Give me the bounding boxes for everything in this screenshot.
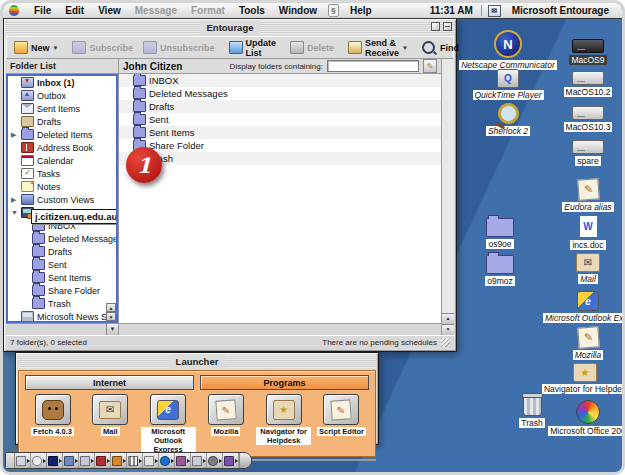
folder-item-outbox[interactable]: Outbox (8, 89, 116, 102)
control-strip-module-quicktime[interactable] (159, 453, 175, 468)
account-folder-sent-items[interactable]: Sent Items (8, 271, 116, 284)
control-strip-module-display[interactable] (15, 453, 31, 468)
folder-item-notes[interactable]: Notes (8, 180, 116, 193)
control-strip-module-location[interactable] (175, 453, 191, 468)
scroll-down-icon[interactable]: ▼ (106, 312, 116, 321)
control-strip[interactable] (5, 452, 252, 469)
folder-pane-hscrollbar[interactable]: ▼ (6, 323, 118, 335)
control-strip-module-sound-input[interactable] (207, 453, 223, 468)
folder-item-address-book[interactable]: Address Book (8, 141, 116, 154)
tab-programs[interactable]: Programs (200, 375, 369, 390)
menu-edit[interactable]: Edit (58, 5, 91, 16)
folder-item-calendar[interactable]: Calendar (8, 154, 116, 167)
list-row-sent[interactable]: Sent (119, 113, 441, 126)
list-row-drafts[interactable]: Drafts (119, 100, 441, 113)
account-folder-sent[interactable]: Sent (8, 258, 116, 271)
launcher-item-mozilla[interactable]: Mozilla (198, 394, 253, 454)
control-strip-collapse-icon[interactable] (6, 453, 15, 468)
folder-tree-scroll-arrows[interactable]: ▲▼ (106, 303, 116, 321)
folder-item-deleted-items[interactable]: ▶Deleted Items (8, 128, 116, 141)
control-strip-module-disk[interactable] (223, 453, 239, 468)
list-row-inbox[interactable]: INBOX (119, 74, 441, 87)
launcher-item-script-editor[interactable]: Script Editor (314, 394, 369, 454)
zoom-box-icon[interactable] (431, 22, 440, 31)
launcher-item-fetch[interactable]: Fetch 4.0.3 (25, 394, 80, 454)
resize-grip-icon[interactable] (441, 338, 450, 347)
scripts-menu-icon[interactable] (328, 4, 339, 17)
folder-item-inbox[interactable]: Inbox (1) (8, 76, 116, 89)
disclosure-collapsed-icon[interactable]: ▶ (11, 196, 19, 204)
launcher-item-mail[interactable]: Mail (83, 394, 138, 454)
folder-item-custom-views[interactable]: ▶Custom Views (8, 193, 116, 206)
list-row-share-folder[interactable]: Share Folder (119, 139, 441, 152)
launcher-item-outlook-express[interactable]: e Microsoft Outlook Express (141, 394, 196, 454)
control-strip-module-desktop-pattern[interactable] (127, 453, 143, 468)
control-strip-module-color-depth[interactable] (111, 453, 127, 468)
desktop-icon-eudora-alias[interactable]: Eudora alias (551, 179, 625, 212)
new-button[interactable]: New▼ (9, 40, 63, 55)
desktop-icon-mail[interactable]: Mail (551, 253, 625, 284)
scroll-up-icon[interactable]: ▲ (442, 313, 454, 324)
desktop-icon-sherlock-2[interactable]: Sherlock 2 (471, 103, 545, 136)
account-folder-trash[interactable]: Trash (8, 297, 116, 310)
list-row-deleted-messages[interactable]: Deleted Messages (119, 87, 441, 100)
tab-internet[interactable]: Internet (25, 375, 194, 390)
scroll-up-icon[interactable]: ▲ (106, 303, 116, 312)
control-strip-module-file-sharing[interactable] (63, 453, 79, 468)
collapse-box-icon[interactable] (443, 22, 452, 31)
disclosure-expanded-icon[interactable]: ▼ (11, 209, 19, 216)
disclosure-collapsed-icon[interactable]: ▶ (11, 131, 19, 139)
desktop-icon-spare[interactable]: spare (551, 140, 625, 166)
launcher-title-bar[interactable]: Launcher (18, 355, 376, 368)
update-list-button[interactable]: Update List (224, 37, 282, 59)
desktop-icon-microsoft-outlook-express[interactable]: e Microsoft Outlook Expr (551, 291, 625, 323)
scroll-down-icon[interactable]: ▼ (442, 324, 454, 335)
send-receive-button[interactable]: Send & Receive▼ (343, 37, 413, 59)
control-strip-module-volume[interactable] (191, 453, 207, 468)
status-schedules: There are no pending schedules (322, 338, 437, 347)
entourage-title-bar[interactable]: Entourage (6, 21, 454, 34)
desktop-icon-quicktime-player[interactable]: QuickTime Player (471, 69, 545, 100)
control-strip-module-clock[interactable] (31, 453, 47, 468)
application-menu[interactable]: Microsoft Entourage (505, 5, 616, 16)
account-folder-deleted-messages[interactable]: Deleted Messages (8, 232, 116, 245)
desktop-icon-navigator-for-helpdesk[interactable]: Navigator for Helpdes (548, 363, 622, 394)
menu-clock[interactable]: 11:31 AM (422, 5, 482, 16)
desktop-icon-macos10-2[interactable]: MacOS10.2 (551, 71, 625, 97)
desktop-icon-incs-doc[interactable]: incs.doc (551, 215, 625, 250)
folder-item-news-server[interactable]: Microsoft News Server (8, 310, 116, 323)
account-folder-drafts[interactable]: Drafts (8, 245, 116, 258)
menu-tools[interactable]: Tools (232, 5, 272, 16)
filter-input[interactable] (327, 60, 419, 72)
desktop-icon-os9oe-folder[interactable]: os9oe (463, 218, 537, 249)
filter-edit-icon[interactable] (423, 59, 437, 73)
control-strip-module-printer[interactable] (95, 453, 111, 468)
menu-view[interactable]: View (91, 5, 128, 16)
apple-menu-icon[interactable] (9, 5, 19, 16)
list-row-trash[interactable]: Trash (119, 152, 441, 165)
folder-item-tasks[interactable]: Tasks (8, 167, 116, 180)
control-strip-module-printing[interactable] (143, 453, 159, 468)
desktop-icon-trash[interactable]: Trash (495, 395, 569, 428)
control-strip-handle-icon[interactable] (239, 453, 251, 468)
list-row-sent-items[interactable]: Sent Items (119, 126, 441, 139)
account-folder-share-folder[interactable]: Share Folder (8, 284, 116, 297)
launcher-item-navigator-helpdesk[interactable]: Navigator for Helpdesk (256, 394, 311, 454)
desktop-icon-macos9[interactable]: MacOS9 (551, 39, 625, 65)
control-strip-module-energy-saver[interactable] (47, 453, 63, 468)
desktop-icon-netscape-communicator[interactable]: Netscape Communicator (471, 30, 545, 70)
account-name-edit-field[interactable]: j.citizen.uq.edu.au (31, 209, 118, 224)
scroll-arrow-icon[interactable]: ▼ (106, 324, 118, 335)
folder-item-sent-items[interactable]: Sent Items (8, 102, 116, 115)
application-menu-icon[interactable] (488, 5, 501, 17)
control-strip-module-security[interactable] (79, 453, 95, 468)
desktop-icon-mozilla[interactable]: Mozilla (551, 327, 625, 360)
desktop-icon-o9moz-folder[interactable]: o9moz (463, 255, 537, 286)
display-pane-vscrollbar[interactable]: ▲ ▼ (441, 59, 454, 335)
menu-help[interactable]: Help (343, 5, 379, 16)
find-button[interactable]: Find (417, 40, 464, 55)
menu-window[interactable]: Window (272, 5, 324, 16)
menu-file[interactable]: File (27, 5, 58, 16)
desktop-icon-macos10-3[interactable]: MacOS10.3 (551, 106, 625, 132)
display-pane-hscrollbar[interactable] (119, 323, 441, 335)
